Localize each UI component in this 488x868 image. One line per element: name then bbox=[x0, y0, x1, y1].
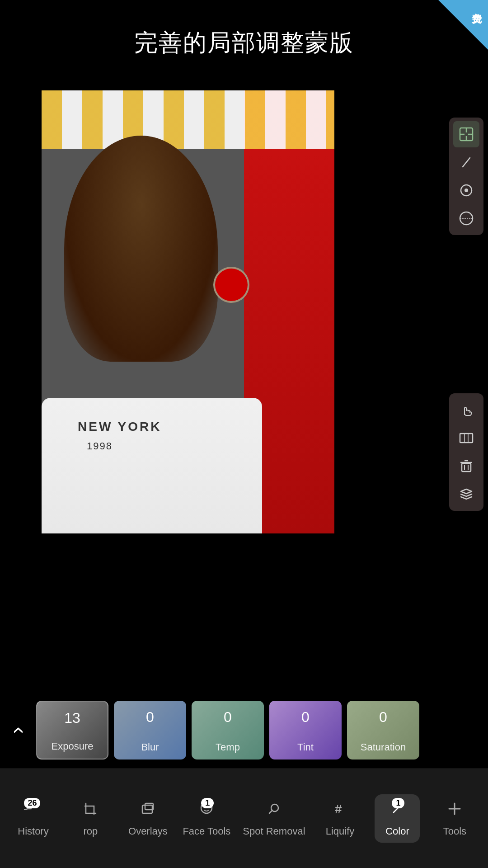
nav-label-color: Color bbox=[385, 826, 409, 837]
nav-badge-history: 26 bbox=[24, 798, 40, 808]
nav-label-overlays: Overlays bbox=[128, 826, 168, 837]
nav-label-crop: rop bbox=[84, 826, 98, 837]
svg-rect-11 bbox=[468, 434, 473, 443]
nav-icon-overlays bbox=[139, 800, 157, 822]
nav-item-overlays[interactable]: Overlays bbox=[125, 800, 170, 837]
nav-label-liquify: Liquify bbox=[326, 826, 355, 837]
nav-item-color[interactable]: 1 Color bbox=[375, 794, 420, 843]
nav-badge-face-tools: 1 bbox=[201, 798, 214, 808]
svg-text:#: # bbox=[335, 802, 342, 816]
nav-items-container: 26 History rop Overlays 1 Face Tools Spo… bbox=[5, 794, 483, 843]
linear-tool-button[interactable] bbox=[453, 205, 479, 231]
bottom-nav: 26 History rop Overlays 1 Face Tools Spo… bbox=[0, 769, 488, 868]
selection-indicator[interactable] bbox=[213, 267, 249, 303]
delete-icon bbox=[458, 458, 474, 474]
adj-value-exposure: 13 bbox=[37, 710, 108, 726]
linear-icon bbox=[458, 210, 474, 226]
photo-shirt bbox=[42, 398, 262, 533]
svg-point-6 bbox=[465, 189, 468, 192]
adj-item-temp[interactable]: 0 Temp bbox=[192, 701, 264, 760]
nav-item-spot-removal[interactable]: Spot Removal bbox=[243, 800, 305, 837]
shirt-text-year: 1998 bbox=[87, 440, 113, 452]
adj-value-tint: 0 bbox=[269, 709, 342, 726]
hand-tool-button[interactable] bbox=[453, 397, 479, 423]
select-icon bbox=[458, 126, 474, 142]
svg-rect-12 bbox=[462, 463, 471, 472]
nav-item-face-tools[interactable]: 1 Face Tools bbox=[183, 800, 230, 837]
adj-item-tint[interactable]: 0 Tint bbox=[269, 701, 342, 760]
nav-icon-color: 1 bbox=[388, 800, 406, 822]
adjustment-strip: ‹ 13 Exposure 0 Blur 0 Temp 0 Tint 0 Sat… bbox=[0, 696, 488, 764]
adj-label-blur: Blur bbox=[141, 741, 159, 753]
nav-label-tools: Tools bbox=[443, 826, 466, 837]
toolbar-top bbox=[449, 118, 483, 235]
toolbar-bottom bbox=[449, 393, 483, 511]
layers-tool-button[interactable] bbox=[453, 481, 479, 507]
top-banner: 完善的局部调整蒙版 bbox=[0, 0, 488, 72]
adj-items-container: 13 Exposure 0 Blur 0 Temp 0 Tint 0 Satur… bbox=[36, 701, 422, 760]
hand-icon bbox=[458, 402, 474, 418]
brush-icon bbox=[458, 154, 474, 170]
adj-label-tint: Tint bbox=[297, 741, 314, 753]
adj-item-exposure[interactable]: 13 Exposure bbox=[36, 701, 108, 760]
adj-item-blur[interactable]: 0 Blur bbox=[114, 701, 186, 760]
photo-canvas[interactable]: NEW YORK 1998 bbox=[42, 90, 334, 533]
radial-icon bbox=[458, 182, 474, 198]
nav-icon-liquify: # bbox=[331, 800, 349, 822]
nav-item-crop[interactable]: rop bbox=[68, 800, 113, 837]
svg-rect-10 bbox=[460, 434, 465, 443]
delete-tool-button[interactable] bbox=[453, 453, 479, 479]
adj-label-saturation: Saturation bbox=[361, 741, 406, 753]
nav-icon-history: 26 bbox=[24, 800, 42, 822]
adj-value-temp: 0 bbox=[192, 709, 264, 726]
nav-item-liquify[interactable]: # Liquify bbox=[318, 800, 363, 837]
transform-icon bbox=[458, 430, 474, 446]
shirt-text-newyork: NEW YORK bbox=[78, 420, 162, 434]
adj-label-exposure: Exposure bbox=[52, 741, 94, 752]
radial-tool-button[interactable] bbox=[453, 177, 479, 203]
nav-item-tools[interactable]: Tools bbox=[432, 800, 477, 837]
nav-label-history: History bbox=[18, 826, 48, 837]
brush-tool-button[interactable] bbox=[453, 149, 479, 175]
svg-rect-7 bbox=[460, 212, 473, 225]
transform-tool-button[interactable] bbox=[453, 425, 479, 451]
nav-icon-crop bbox=[81, 800, 99, 822]
photo-hair bbox=[64, 136, 218, 362]
nav-badge-color: 1 bbox=[392, 798, 404, 808]
nav-icon-tools bbox=[446, 800, 464, 822]
nav-label-face-tools: Face Tools bbox=[183, 826, 230, 837]
nav-icon-spot-removal bbox=[265, 800, 283, 822]
select-tool-button[interactable] bbox=[453, 121, 479, 147]
svg-rect-9 bbox=[460, 434, 473, 443]
layers-icon bbox=[458, 486, 474, 502]
adj-value-saturation: 0 bbox=[347, 709, 419, 726]
adj-value-blur: 0 bbox=[114, 709, 186, 726]
adj-item-saturation[interactable]: 0 Saturation bbox=[347, 701, 419, 760]
svg-line-23 bbox=[269, 810, 272, 813]
nav-label-spot-removal: Spot Removal bbox=[243, 826, 305, 837]
page-title: 完善的局部调整蒙版 bbox=[134, 27, 354, 59]
adj-label-temp: Temp bbox=[216, 741, 240, 753]
nav-icon-face-tools: 1 bbox=[197, 800, 216, 822]
photo-awning bbox=[42, 90, 334, 149]
adj-collapse-button[interactable]: ‹ bbox=[5, 696, 36, 764]
nav-item-history[interactable]: 26 History bbox=[10, 800, 56, 837]
